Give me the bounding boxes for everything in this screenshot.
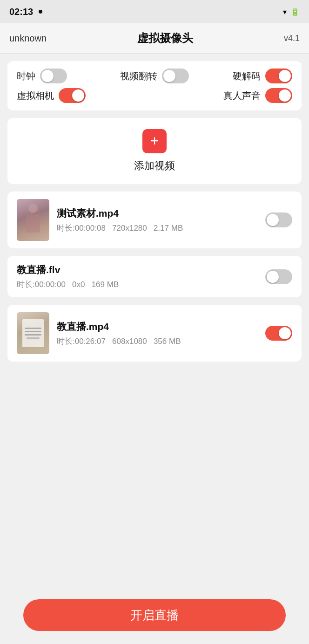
battery-icon: 🔋	[290, 7, 300, 16]
video-meta-3: 时长:00:26:07 608x1080 356 MB	[57, 336, 258, 347]
video-item-1: 测试素材.mp4 时长:00:00:08 720x1280 2.17 MB	[7, 192, 302, 248]
video-item-2: 教直播.flv 时长:00:00:00 0x0 169 MB	[7, 256, 302, 297]
clock-toggle-thumb	[41, 70, 54, 82]
video-toggle-track-3	[265, 326, 292, 341]
video-item-3: 教直播.mp4 时长:00:26:07 608x1080 356 MB	[7, 305, 302, 362]
video-toggle-1[interactable]	[265, 212, 292, 227]
video-toggle-thumb-1	[267, 214, 279, 226]
video-meta-1: 时长:00:00:08 720x1280 2.17 MB	[57, 223, 258, 233]
hard-decode-toggle-track	[265, 69, 292, 83]
status-dot-indicator	[39, 10, 42, 14]
control-virtual-camera: 虚拟相机	[17, 88, 154, 103]
control-flip: 视频翻转	[108, 69, 200, 83]
flip-toggle[interactable]	[162, 69, 189, 83]
main-content: 时钟 视频翻转 硬解码	[0, 54, 309, 416]
hard-decode-label: 硬解码	[233, 70, 261, 82]
video-toggle-thumb-2	[267, 271, 279, 283]
app-header: unknown 虚拟摄像头 v4.1	[0, 23, 309, 54]
status-time: 02:13	[9, 7, 33, 17]
video-toggle-track-1	[265, 212, 292, 227]
add-video-section: + 添加视频	[7, 118, 302, 184]
flip-label: 视频翻转	[120, 70, 157, 82]
virtual-camera-toggle[interactable]	[59, 88, 86, 103]
clock-toggle[interactable]	[40, 69, 67, 83]
clock-label: 时钟	[17, 70, 35, 82]
controls-row-2: 虚拟相机 真人声音	[17, 88, 292, 103]
real-voice-toggle-track	[265, 88, 292, 103]
video-toggle-thumb-3	[279, 327, 291, 339]
start-live-button[interactable]: 开启直播	[23, 599, 286, 631]
virtual-camera-toggle-track	[59, 88, 86, 103]
add-video-label: 添加视频	[134, 159, 175, 173]
real-voice-toggle-thumb	[279, 89, 291, 102]
real-voice-toggle[interactable]	[265, 88, 292, 103]
video-name-2: 教直播.flv	[17, 263, 258, 276]
controls-section: 时钟 视频翻转 硬解码	[7, 61, 302, 110]
video-name-1: 测试素材.mp4	[57, 207, 258, 220]
flip-toggle-thumb	[163, 70, 175, 82]
control-hard-decode: 硬解码	[201, 69, 292, 83]
video-name-3: 教直播.mp4	[57, 320, 258, 333]
video-thumb-1	[17, 199, 49, 241]
wifi-icon: ▾	[283, 7, 287, 16]
add-icon: +	[150, 133, 159, 148]
flip-toggle-track	[162, 69, 189, 83]
header-left-text: unknown	[9, 33, 47, 44]
hard-decode-toggle[interactable]	[265, 69, 292, 83]
app-title: 虚拟摄像头	[137, 31, 193, 46]
virtual-camera-toggle-thumb	[72, 89, 84, 102]
real-voice-label: 真人声音	[223, 89, 261, 102]
video-info-1: 测试素材.mp4 时长:00:00:08 720x1280 2.17 MB	[57, 207, 258, 233]
add-video-button[interactable]: +	[142, 129, 167, 153]
app-version: v4.1	[284, 34, 300, 43]
virtual-camera-label: 虚拟相机	[17, 89, 54, 102]
control-clock: 时钟	[17, 69, 108, 83]
clock-toggle-track	[40, 69, 67, 83]
hard-decode-toggle-thumb	[279, 70, 291, 82]
video-info-2: 教直播.flv 时长:00:00:00 0x0 169 MB	[17, 263, 258, 290]
controls-row-1: 时钟 视频翻转 硬解码	[17, 69, 292, 83]
bottom-bar: 开启直播	[0, 592, 309, 644]
video-info-3: 教直播.mp4 时长:00:26:07 608x1080 356 MB	[57, 320, 258, 347]
control-real-voice: 真人声音	[154, 88, 292, 103]
video-toggle-3[interactable]	[265, 326, 292, 341]
video-toggle-track-2	[265, 269, 292, 284]
video-meta-2: 时长:00:00:00 0x0 169 MB	[17, 279, 258, 290]
video-thumb-3	[17, 312, 49, 354]
video-toggle-2[interactable]	[265, 269, 292, 284]
status-bar: 02:13 ▾ 🔋	[0, 0, 309, 23]
